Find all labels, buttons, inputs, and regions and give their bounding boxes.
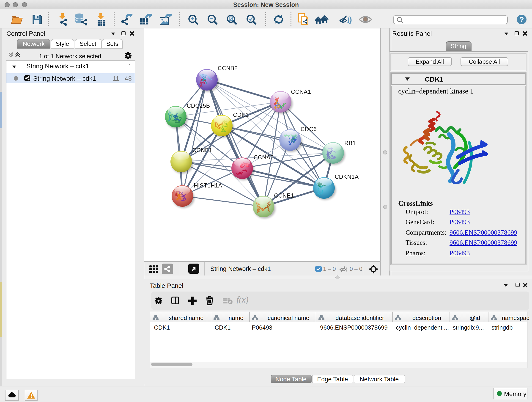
svg-text:CCNA1: CCNA1 <box>291 88 311 95</box>
svg-text:CCNA2: CCNA2 <box>254 154 273 160</box>
svg-text:CDKN1A: CDKN1A <box>335 173 359 180</box>
svg-text:CDC25B: CDC25B <box>187 102 210 109</box>
svg-text:CCNB2: CCNB2 <box>218 65 238 71</box>
svg-text:CCNE1: CCNE1 <box>274 192 294 198</box>
svg-text:CCNB1: CCNB1 <box>192 147 212 153</box>
svg-text:CDK1: CDK1 <box>233 111 249 118</box>
svg-text:RB1: RB1 <box>344 140 356 146</box>
svg-text:CDC6: CDC6 <box>301 126 317 132</box>
svg-text:HIST1H1A: HIST1H1A <box>194 182 222 188</box>
